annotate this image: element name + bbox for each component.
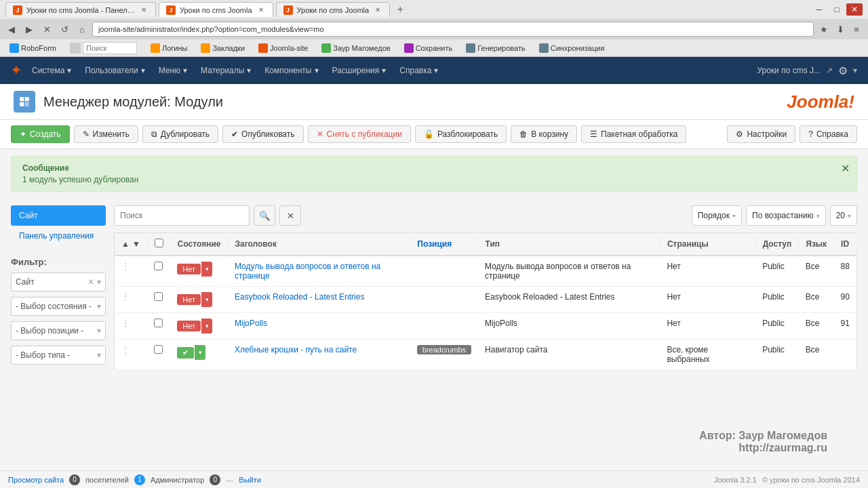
unpublish-button[interactable]: ✕ Снять с публикации bbox=[308, 125, 411, 143]
browser-tab-3-close[interactable]: ✕ bbox=[373, 5, 382, 15]
bookmark-star[interactable]: ★ bbox=[816, 22, 831, 37]
perpage-select[interactable]: 20 ▾ bbox=[830, 205, 857, 226]
search-button[interactable]: 🔍 bbox=[254, 205, 275, 226]
browser-tab-3[interactable]: J Уроки по cms Joomla ✕ bbox=[276, 2, 391, 17]
bookmark-zaur[interactable]: Заур Магомедов bbox=[317, 42, 394, 54]
drag-handle-icon[interactable]: ⋮ bbox=[121, 262, 130, 271]
table-area: 🔍 ✕ Порядок ▾ По возрастанию ▾ 20 bbox=[114, 205, 857, 370]
trash-button[interactable]: 🗑 В корзину bbox=[511, 125, 577, 143]
row1-checkbox[interactable] bbox=[154, 262, 163, 270]
edit-button[interactable]: ✎ Изменить bbox=[74, 125, 138, 143]
home-button[interactable]: ⌂ bbox=[75, 22, 90, 37]
row4-title-link[interactable]: Хлебные крошки - путь на сайте bbox=[235, 345, 357, 354]
drag-handle-icon[interactable]: ⋮ bbox=[121, 319, 130, 328]
drag-handle-icon[interactable]: ⋮ bbox=[121, 292, 130, 302]
view-site-link[interactable]: Просмотр сайта bbox=[8, 476, 64, 484]
bookmark-roboform[interactable]: RoboForm bbox=[5, 42, 60, 54]
row2-status: Нет ▾ bbox=[170, 287, 228, 313]
row2-title-link[interactable]: Easybook Reloaded - Latest Entries bbox=[235, 292, 364, 302]
nav-rasshireniya[interactable]: Расширения ▾ bbox=[332, 66, 387, 75]
back-button[interactable]: ◀ bbox=[4, 22, 19, 37]
bookmark-joomlasite[interactable]: Joomla-site bbox=[254, 42, 312, 54]
unpublish-label: Снять с публикации bbox=[327, 129, 402, 139]
minimize-button[interactable]: ─ bbox=[811, 3, 827, 16]
row1-status-dropdown[interactable]: ▾ bbox=[201, 262, 212, 277]
close-button[interactable]: ✕ bbox=[846, 3, 863, 16]
th-title[interactable]: Заголовок bbox=[228, 233, 410, 256]
filter-site-clear[interactable]: ✕ bbox=[87, 277, 94, 287]
menu-btn[interactable]: ≡ bbox=[849, 22, 864, 37]
drag-handle-icon[interactable]: ⋮ bbox=[121, 345, 130, 354]
bookmark-search[interactable] bbox=[66, 41, 141, 56]
filter-site-select[interactable]: Сайт ✕ ▾ bbox=[11, 272, 106, 291]
row3-status-badge[interactable]: Нет bbox=[177, 321, 201, 331]
th-id[interactable]: ID bbox=[834, 233, 857, 256]
th-language[interactable]: Язык bbox=[799, 233, 834, 256]
search-input[interactable] bbox=[114, 205, 250, 226]
bookmark-save[interactable]: Сохранить bbox=[400, 42, 457, 54]
browser-tab-2[interactable]: J Уроки по cms Joomla ✕ bbox=[159, 2, 273, 17]
row2-status-badge[interactable]: Нет bbox=[177, 294, 201, 305]
row3-title-link[interactable]: MijoPolls bbox=[235, 319, 267, 328]
create-button[interactable]: ✦ Создать bbox=[11, 125, 70, 143]
stop-button[interactable]: ✕ bbox=[39, 22, 54, 37]
row2-type-value: Easybook Reloaded - Latest Entries bbox=[485, 292, 614, 302]
th-checkbox-col[interactable] bbox=[147, 233, 170, 256]
message-close-button[interactable]: ✕ bbox=[841, 162, 850, 175]
publish-button[interactable]: ✔ Опубликовать bbox=[222, 125, 303, 143]
filter-position-select[interactable]: - Выбор позиции - ▾ bbox=[11, 321, 106, 340]
address-bar[interactable]: joomla-site/administrator/index.php?opti… bbox=[92, 22, 814, 37]
sidebar-item-control-panel[interactable]: Панель управления bbox=[11, 226, 106, 246]
new-tab-button[interactable]: + bbox=[393, 2, 408, 17]
th-type[interactable]: Тип bbox=[478, 233, 660, 256]
row2-checkbox[interactable] bbox=[154, 292, 163, 301]
row4-status-dropdown[interactable]: ▾ bbox=[195, 345, 205, 360]
settings-button[interactable]: ⚙ Настройки bbox=[727, 125, 795, 143]
sidebar-item-site[interactable]: Сайт bbox=[11, 205, 106, 226]
row3-checkbox[interactable] bbox=[154, 319, 163, 327]
logout-link[interactable]: Выйти bbox=[239, 476, 261, 484]
bookmark-loginy[interactable]: Логины bbox=[146, 42, 191, 54]
sort-controls: Порядок ▾ По возрастанию ▾ 20 ▾ bbox=[692, 205, 857, 226]
bookmark-generate[interactable]: Генерировать bbox=[462, 42, 529, 54]
th-sort-col[interactable]: ▲ ▼ bbox=[115, 233, 148, 256]
select-all-checkbox[interactable] bbox=[155, 239, 163, 247]
th-access[interactable]: Доступ bbox=[755, 233, 799, 256]
browser-tab-1-close[interactable]: ✕ bbox=[139, 5, 149, 15]
row4-status-badge[interactable]: ✔ bbox=[177, 347, 194, 359]
direction-select[interactable]: По возрастанию ▾ bbox=[746, 205, 826, 226]
browser-tab-1[interactable]: J Уроки по cms Joomla - Панель упр... ✕ bbox=[5, 2, 156, 17]
nav-sistema[interactable]: Система ▾ bbox=[32, 66, 71, 75]
help-button[interactable]: ? Справка bbox=[800, 125, 857, 143]
browser-tab-2-close[interactable]: ✕ bbox=[256, 5, 266, 15]
th-pages[interactable]: Страницы bbox=[660, 233, 755, 256]
nav-komponenty[interactable]: Компоненты ▾ bbox=[264, 66, 318, 75]
bookmark-sync[interactable]: Синхронизация bbox=[535, 42, 609, 54]
row3-status-dropdown[interactable]: ▾ bbox=[201, 319, 212, 333]
external-link-icon[interactable]: ↗ bbox=[826, 66, 833, 75]
forward-button[interactable]: ▶ bbox=[22, 22, 37, 37]
row1-status-badge[interactable]: Нет bbox=[177, 264, 201, 274]
duplicate-button[interactable]: ⧉ Дублировать bbox=[142, 125, 218, 143]
row2-status-dropdown[interactable]: ▾ bbox=[201, 292, 212, 307]
bookmark-zakladki[interactable]: Закладки bbox=[197, 42, 249, 54]
batch-button[interactable]: ☰ Пакетная обработка bbox=[581, 125, 686, 143]
filter-state-select[interactable]: - Выбор состояния - ▾ bbox=[11, 297, 106, 316]
downloads-btn[interactable]: ⬇ bbox=[833, 22, 848, 37]
search-input-bookmark[interactable] bbox=[83, 42, 137, 54]
nav-spravka[interactable]: Справка ▾ bbox=[399, 66, 438, 75]
th-status[interactable]: Состояние bbox=[170, 233, 228, 256]
maximize-button[interactable]: □ bbox=[829, 3, 845, 16]
reload-button[interactable]: ↺ bbox=[57, 22, 72, 37]
nav-materialy[interactable]: Материалы ▾ bbox=[201, 66, 251, 75]
admin-gear-icon[interactable]: ⚙ bbox=[838, 64, 848, 77]
order-select[interactable]: Порядок ▾ bbox=[692, 205, 742, 226]
search-clear-button[interactable]: ✕ bbox=[279, 205, 301, 226]
row4-checkbox[interactable] bbox=[154, 345, 163, 354]
unblock-button[interactable]: 🔓 Разблокировать bbox=[415, 125, 507, 143]
nav-polzovateli[interactable]: Пользователи ▾ bbox=[85, 66, 144, 75]
row1-title-link[interactable]: Модуль вывода вопросов и ответов на стра… bbox=[235, 262, 380, 281]
th-position[interactable]: Позиция bbox=[410, 233, 478, 256]
nav-menyu[interactable]: Меню ▾ bbox=[159, 66, 187, 75]
filter-type-select[interactable]: - Выбор типа - ▾ bbox=[11, 346, 106, 365]
